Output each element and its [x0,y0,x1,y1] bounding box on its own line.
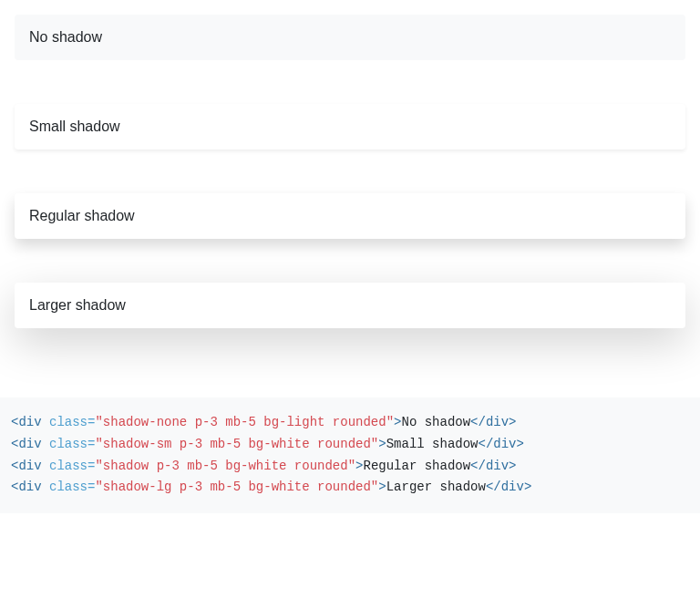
shadow-lg-card: Larger shadow [15,283,685,328]
code-line: <div class="shadow p-3 mb-5 bg-white rou… [11,459,517,473]
shadow-none-card: No shadow [15,15,685,60]
code-line: <div class="shadow-sm p-3 mb-5 bg-white … [11,437,524,451]
shadow-sm-card: Small shadow [15,104,685,150]
code-line: <div class="shadow-lg p-3 mb-5 bg-white … [11,480,531,494]
code-example: <div class="shadow-none p-3 mb-5 bg-ligh… [0,397,700,513]
code-line: <div class="shadow-none p-3 mb-5 bg-ligh… [11,415,517,429]
shadow-demo-area: No shadow Small shadow Regular shadow La… [0,0,700,361]
shadow-card: Regular shadow [15,193,685,239]
